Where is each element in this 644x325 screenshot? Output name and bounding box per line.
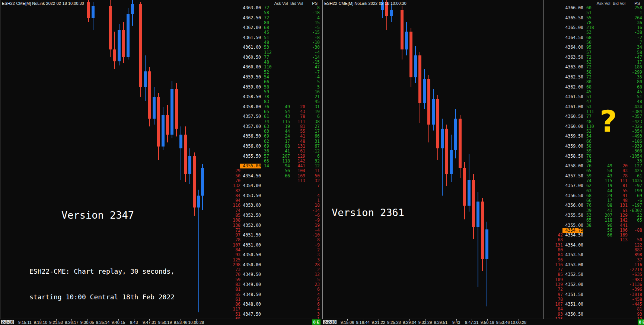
vol-right-cell: 51 bbox=[586, 94, 603, 99]
ladder-row[interactable]: 4362.507235 bbox=[544, 75, 644, 80]
price-cell: 4352.00 bbox=[562, 282, 583, 287]
version-label: Version 2347 bbox=[61, 209, 134, 221]
ladder-row[interactable]: 4361.0053-30 bbox=[221, 45, 322, 50]
vol-left-cell: 108 bbox=[221, 218, 240, 223]
time-label: 9:35:14 bbox=[96, 320, 110, 325]
ladder-row[interactable]: 4356.5069244166 bbox=[221, 134, 322, 139]
ladder-row[interactable]: 4360.5077-14 bbox=[221, 55, 322, 60]
ladder-row[interactable]: 4358.507821 bbox=[221, 94, 322, 100]
ladder-row[interactable]: 48-15 bbox=[221, 60, 322, 65]
ladder-row[interactable]: 665 bbox=[221, 80, 322, 85]
ladder-row[interactable]: 4359.00585 bbox=[221, 85, 322, 90]
vol-left-cell: 116 bbox=[544, 263, 563, 267]
ladder-row[interactable]: 4359.0058-939 bbox=[544, 144, 644, 149]
ladder-row[interactable]: 4362.50724 bbox=[221, 16, 322, 21]
ladder-row[interactable]: 65544319 bbox=[221, 109, 322, 115]
ladder-row[interactable]: 4363.0072-183 bbox=[544, 65, 644, 70]
ladder-row[interactable]: 4362.0068-5 bbox=[221, 25, 322, 30]
price-cell: 4359.00 bbox=[562, 144, 583, 149]
ladder-row[interactable]: 4363.5072-47 bbox=[544, 55, 644, 60]
dom-ladder[interactable]: Ask Vol Bid Vol PS 4366.0060-2585114365.… bbox=[544, 0, 644, 319]
ladder-row[interactable]: 4359.5054-493 bbox=[544, 134, 644, 139]
ladder-row[interactable]: 4357.506143786 bbox=[221, 114, 322, 119]
chart-area[interactable]: ESH22-CME[M] NoLink 2022-02-18 10:00:30 … bbox=[322, 0, 543, 319]
ladder-row[interactable]: 5758 bbox=[544, 50, 644, 55]
ladder-row[interactable]: 4355.003896441 bbox=[544, 223, 644, 228]
ladder-row[interactable]: 634455-199 bbox=[544, 189, 644, 194]
candle bbox=[118, 30, 121, 61]
ladder-row[interactable]: 112-4 bbox=[221, 50, 322, 55]
ladder-row[interactable]: 5217 bbox=[544, 60, 644, 65]
time-label: 9:25:28 bbox=[387, 320, 401, 325]
ladder-row[interactable]: 4355.50572071296 bbox=[221, 154, 322, 159]
ps-cell: -308 bbox=[623, 149, 642, 154]
ladder-row[interactable]: 4365.5055-264 bbox=[544, 16, 644, 21]
ladder-row[interactable]: 661748-6 bbox=[544, 198, 644, 203]
ladder-row[interactable]: 4357.0063198127 bbox=[221, 124, 322, 129]
ladder-row[interactable]: 4360.0011047 bbox=[221, 65, 322, 70]
ladder-row[interactable]: 4357.00621981-97 bbox=[544, 183, 644, 189]
ladder-row[interactable]: 52-7 bbox=[221, 70, 322, 75]
ps-cell: 50 bbox=[300, 174, 320, 178]
ladder-row[interactable]: 4364.5068-2 bbox=[544, 35, 644, 41]
ladder-row[interactable]: 4361.505151 bbox=[544, 94, 644, 100]
ladder-row[interactable]: 4355.505320712922 bbox=[544, 213, 644, 218]
ladder-row[interactable]: 507 bbox=[544, 40, 644, 45]
ladder-row[interactable]: 53-38 bbox=[544, 30, 644, 35]
vol-right-cell: 54 bbox=[264, 75, 281, 80]
ladder-row[interactable]: 4356.00698813167 bbox=[221, 144, 322, 149]
chart-area[interactable]: ESH22-CME[M] NoLink 2022-02-18 10:00:30 … bbox=[0, 0, 221, 319]
ladder-row[interactable]: 364161-12 bbox=[221, 149, 322, 154]
ladder-row[interactable]: 4358.5078-1054 bbox=[544, 154, 644, 159]
ladder-row[interactable]: 394161-6302 bbox=[544, 208, 644, 213]
ladder-row[interactable]: 6511814265 bbox=[544, 218, 644, 223]
ladder-row[interactable]: 4748 bbox=[544, 99, 644, 104]
ladder-row[interactable]: 4356.5068244169 bbox=[544, 193, 644, 199]
ladder-row[interactable]: 58-18 bbox=[221, 10, 322, 16]
ladder-row[interactable]: 4361.5051-8 bbox=[221, 35, 322, 41]
ladder-row[interactable]: 4359.5054-4 bbox=[221, 75, 322, 80]
ladder-row[interactable]: 4358.0076492031 bbox=[221, 104, 322, 110]
price-cell: 4351.00 bbox=[562, 302, 583, 307]
time-label: 9:40:15 bbox=[111, 320, 125, 325]
ladder-row[interactable]: 4360.5077-357 bbox=[544, 114, 644, 119]
price-cell: 4351.50 bbox=[562, 292, 583, 297]
ps-cell: 3 bbox=[300, 258, 320, 263]
ladder-row[interactable]: 58-299 bbox=[544, 70, 644, 75]
ladder-row[interactable]: 8433 bbox=[544, 159, 644, 164]
ladder-row[interactable]: 8345 bbox=[221, 99, 322, 104]
ladder-row[interactable]: 511 bbox=[544, 10, 644, 16]
ladder-row[interactable]: 62174831 bbox=[221, 139, 322, 144]
ladder-row[interactable]: 6511814232 bbox=[221, 159, 322, 164]
ladder-row[interactable]: 5916 bbox=[221, 90, 322, 95]
ladder-row[interactable]: 8015 bbox=[221, 20, 322, 26]
time-label: 9:30:05 bbox=[80, 320, 94, 325]
ladder-row[interactable]: 52-354 bbox=[544, 129, 644, 134]
price-cell: 4362.00 bbox=[240, 25, 261, 30]
ladder-row[interactable]: 655443-425 bbox=[544, 168, 644, 174]
candle bbox=[427, 79, 430, 125]
ladder-row[interactable]: 4363.0072-8 bbox=[221, 6, 322, 11]
ps-cell: 12 bbox=[300, 272, 320, 277]
ladder-row[interactable]: 4358.00764920-127 bbox=[544, 164, 644, 169]
price-cell: 4360.00 bbox=[562, 124, 583, 129]
ladder-row[interactable]: 63445517 bbox=[221, 129, 322, 134]
ladder-row[interactable]: 66-186 bbox=[544, 139, 644, 144]
vol-left-cell: 81 bbox=[221, 287, 240, 292]
ladder-row[interactable]: 4365.0021816 bbox=[544, 25, 644, 30]
ladder-row[interactable]: 4360.00110-326 bbox=[544, 124, 644, 129]
ladder-row[interactable]: 4364.009534 bbox=[544, 45, 644, 50]
ladder-row[interactable]: 111-384 bbox=[544, 109, 644, 115]
ladder-row[interactable]: 45-15 bbox=[221, 30, 322, 35]
ladder-row[interactable]: 4366.0060-258 bbox=[544, 6, 644, 11]
ladder-row[interactable]: 74115111-1435 bbox=[544, 178, 644, 184]
ladder-row[interactable]: 7411511138 bbox=[221, 119, 322, 125]
vol-right-cell: 84 bbox=[586, 159, 603, 164]
ladder-row[interactable]: 8080 bbox=[544, 80, 644, 85]
ladder-row[interactable]: 4362.006868 bbox=[544, 85, 644, 90]
ladder-row[interactable]: 4545 bbox=[544, 90, 644, 95]
dom-ladder[interactable]: Ask Vol Bid Vol PS 4363.0072-858-184362.… bbox=[221, 0, 322, 319]
ladder-row[interactable]: 48-10 bbox=[221, 40, 322, 45]
chart-panel-right: ESH22-CME[M] NoLink 2022-02-18 10:00:30 … bbox=[322, 0, 644, 325]
date-label: 2-2-18 bbox=[1, 320, 14, 324]
